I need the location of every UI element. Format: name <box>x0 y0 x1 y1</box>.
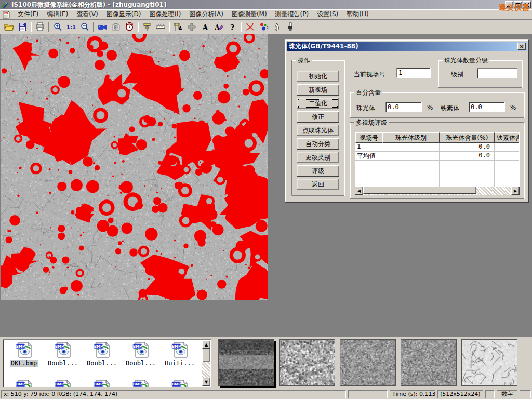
thumbnail-1[interactable] <box>279 339 335 386</box>
status-empty-3 <box>520 390 531 398</box>
camera-button[interactable] <box>109 21 123 33</box>
file-item-3[interactable]: BMPDoubl... <box>122 341 159 367</box>
menu-item-2[interactable]: 查看(V) <box>72 9 102 19</box>
pan-cross-button[interactable] <box>185 21 198 33</box>
table-row <box>355 161 519 169</box>
toolbar: 1:1AAA?3 <box>0 20 532 34</box>
percent-group-label: 百分含量 <box>354 88 382 97</box>
table-row: 10.0 <box>355 143 519 152</box>
caliper-button[interactable] <box>140 21 154 33</box>
menu-item-9[interactable]: 帮助(H) <box>342 9 373 19</box>
grading-table[interactable]: 视场号珠光体级别珠光体含量(%)铁素体含量(%)10.0平均值0.0 <box>355 132 520 188</box>
toolbar-separator <box>169 22 170 32</box>
ruler-button[interactable] <box>154 21 167 33</box>
file-item-row2-3[interactable]: BMP <box>122 379 159 387</box>
file-item-0[interactable]: BMPDKF.bmp <box>5 341 43 367</box>
scroll-up-button[interactable]: ▲ <box>202 340 210 349</box>
file-item-row2-1[interactable]: BMP <box>44 379 82 387</box>
binarize-button[interactable]: 二值化 <box>297 98 339 109</box>
open-button[interactable] <box>2 21 16 33</box>
thumbnail-3[interactable] <box>401 339 457 386</box>
save-button[interactable] <box>16 21 29 33</box>
bmp-file-icon: BMP <box>93 352 111 360</box>
text-button[interactable]: A <box>198 21 212 33</box>
thumbnail-4[interactable] <box>461 339 517 386</box>
menu-item-1[interactable]: 编辑(E) <box>43 9 72 19</box>
clock-button[interactable] <box>123 21 136 33</box>
grading-group: 珠光体数量分级 级别 <box>438 60 522 88</box>
pearlite-label: 珠光体 <box>356 104 375 113</box>
zoom-out-icon <box>79 22 90 32</box>
toolbar-separator <box>48 22 49 32</box>
file-name: Doubl... <box>86 360 118 367</box>
menu-item-0[interactable]: 文件(F) <box>14 9 43 19</box>
menu-item-8[interactable]: 设置(S) <box>313 9 342 19</box>
menu-item-7[interactable]: 测量报告(P) <box>271 9 313 19</box>
scroll-thumb[interactable] <box>363 187 476 194</box>
status-time: Time (s): 0.113 <box>390 390 435 398</box>
new-field-button[interactable]: 新视场 <box>297 84 339 96</box>
print-button[interactable] <box>33 21 47 33</box>
dialog-title-bar[interactable]: 珠光体(GB/T9441-88) × <box>287 42 527 51</box>
save-icon <box>17 22 28 32</box>
metallograph-image[interactable] <box>1 34 268 300</box>
help-button[interactable]: ? <box>225 21 239 33</box>
app-icon[interactable] <box>1 1 9 8</box>
menu-item-6[interactable]: 图像测量(M) <box>228 9 271 19</box>
file-item-4[interactable]: BMPHuiTi... <box>161 341 198 367</box>
annotate-icon: A <box>214 22 224 32</box>
ferrite-percent-input[interactable] <box>469 102 505 112</box>
pen-tool-button[interactable] <box>270 21 284 33</box>
scroll-track[interactable] <box>363 187 511 195</box>
file-item-row2-4[interactable]: BMP <box>161 379 198 387</box>
initialize-button[interactable]: 初始化 <box>297 71 339 82</box>
percent-group: 百分含量 珠光体 % 铁素体 % <box>350 92 524 118</box>
menu-item-4[interactable]: 图像处理(I) <box>145 9 185 19</box>
menu-item-5[interactable]: 图像分析(A) <box>185 9 228 19</box>
measure-text-button[interactable]: A <box>171 21 185 33</box>
change-class-button[interactable]: 更改类别 <box>297 152 339 163</box>
curve-tool-button[interactable] <box>243 21 257 33</box>
close-button[interactable] <box>523 1 531 8</box>
correct-button[interactable]: 修正 <box>297 111 339 123</box>
maximize-button[interactable] <box>514 1 522 8</box>
table-cell <box>382 178 440 187</box>
actual-size-button[interactable]: 1:1 <box>64 21 78 33</box>
file-item-row2-2[interactable]: BMP <box>83 379 121 387</box>
scroll-down-button[interactable]: ▼ <box>202 378 210 386</box>
file-item-row2-0[interactable]: BMP <box>5 379 43 387</box>
level-input[interactable] <box>477 68 517 78</box>
pick-pearlite-button[interactable]: 点取珠光体 <box>297 125 339 136</box>
pearlite-percent-input[interactable] <box>385 102 422 112</box>
zoom-in-button[interactable] <box>51 21 64 33</box>
particle-classify-button[interactable]: 3 <box>257 21 270 33</box>
svg-text:BMP: BMP <box>172 382 181 387</box>
thumbnail-0[interactable] <box>218 339 274 386</box>
brush-tool-button[interactable] <box>284 21 297 33</box>
zoom-out-button[interactable] <box>78 21 91 33</box>
document-icon[interactable]: DOC <box>2 10 10 19</box>
menu-item-3[interactable]: 图像显示(D) <box>102 9 145 19</box>
file-name: DKF.bmp <box>10 360 38 367</box>
print-icon <box>35 22 45 32</box>
scroll-left-button[interactable]: ◀ <box>355 187 363 195</box>
measure-text-icon: A <box>173 22 183 32</box>
table-cell <box>495 152 520 161</box>
video-camera-button[interactable] <box>96 21 109 33</box>
auto-classify-button[interactable]: 自动分类 <box>297 138 339 150</box>
file-item-1[interactable]: BMPDoubl... <box>44 341 82 367</box>
minimize-button[interactable] <box>505 1 513 8</box>
dialog-close-button[interactable]: × <box>517 43 526 50</box>
scroll-thumb[interactable] <box>202 349 210 362</box>
file-vscrollbar[interactable]: ▲ ▼ <box>202 340 210 386</box>
return-button[interactable]: 返回 <box>297 179 339 190</box>
table-header-cell: 视场号 <box>355 132 382 143</box>
annotate-button[interactable]: A <box>212 21 225 33</box>
grade-button[interactable]: 评级 <box>297 165 339 177</box>
current-field-label: 当前视场号 <box>354 70 385 79</box>
current-field-input[interactable] <box>396 68 431 78</box>
file-item-2[interactable]: BMPDoubl... <box>83 341 121 367</box>
table-hscrollbar[interactable]: ◀ ▶ <box>355 187 520 195</box>
scroll-right-button[interactable]: ▶ <box>511 187 520 195</box>
thumbnail-2[interactable] <box>340 339 396 386</box>
